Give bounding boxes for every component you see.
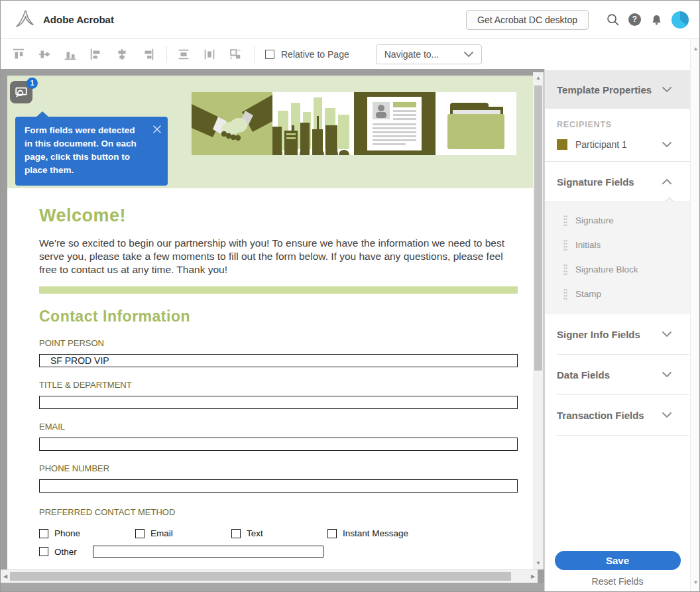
scroll-up-arrow-icon[interactable]: ▲ bbox=[691, 44, 700, 54]
app-title: Adobe Acrobat bbox=[43, 14, 114, 25]
align-left-icon[interactable] bbox=[88, 46, 105, 63]
other-contact-input[interactable] bbox=[93, 546, 323, 558]
close-icon[interactable] bbox=[153, 124, 161, 137]
email-input[interactable] bbox=[39, 438, 518, 451]
signature-fields-panel: Signature Initials Signature Block Stamp bbox=[545, 202, 690, 314]
save-area: Save Reset Fields bbox=[545, 551, 690, 587]
top-header: Adobe Acrobat Get Acrobat DC desktop bbox=[1, 1, 699, 39]
signature-fields-section[interactable]: Signature Fields bbox=[545, 162, 690, 202]
document-viewport: 1 Form fields were detected in this docu… bbox=[1, 69, 544, 592]
field-group: TITLE & DEPARTMENT bbox=[39, 380, 533, 409]
field-group: POINT PERSON bbox=[39, 338, 533, 367]
template-properties-title: Template Properties bbox=[557, 84, 662, 95]
instant-message-checkbox[interactable] bbox=[327, 529, 337, 538]
data-fields-section[interactable]: Data Fields bbox=[545, 355, 690, 394]
form-banner: 1 Form fields were detected in this docu… bbox=[7, 76, 533, 188]
other-option-label: Other bbox=[54, 547, 77, 557]
scroll-down-arrow-icon[interactable]: ▼ bbox=[533, 559, 544, 568]
match-width-icon[interactable] bbox=[175, 46, 192, 63]
phone-option-label: Phone bbox=[54, 528, 80, 538]
initials-field-item[interactable]: Initials bbox=[545, 233, 690, 257]
signature-fields-title: Signature Fields bbox=[557, 176, 662, 188]
align-bottom-icon[interactable] bbox=[62, 46, 79, 63]
text-checkbox[interactable] bbox=[231, 529, 241, 538]
match-height-icon[interactable] bbox=[201, 46, 218, 63]
notifications-bell-icon[interactable] bbox=[646, 9, 668, 30]
transaction-fields-section[interactable]: Transaction Fields bbox=[545, 395, 690, 435]
drag-handle-icon[interactable] bbox=[563, 239, 567, 251]
form-field-detect-icon bbox=[14, 85, 29, 99]
horizontal-scroll-thumb[interactable] bbox=[10, 572, 511, 581]
stamp-field-item[interactable]: Stamp bbox=[545, 282, 690, 306]
align-top-icon[interactable] bbox=[10, 46, 27, 63]
section-divider-bar bbox=[39, 286, 518, 294]
divider bbox=[557, 435, 689, 436]
relative-to-page-toggle[interactable]: Relative to Page bbox=[265, 49, 349, 60]
drag-handle-icon[interactable] bbox=[563, 264, 567, 276]
save-button[interactable]: Save bbox=[555, 551, 681, 570]
drag-handle-icon[interactable] bbox=[563, 215, 567, 227]
relative-to-page-label: Relative to Page bbox=[281, 49, 349, 60]
chevron-down-icon bbox=[662, 372, 671, 377]
folder-image bbox=[436, 92, 516, 155]
scroll-up-arrow-icon[interactable]: ▲ bbox=[533, 74, 544, 83]
signer-info-fields-section[interactable]: Signer Info Fields bbox=[545, 314, 690, 354]
user-avatar[interactable] bbox=[671, 11, 689, 29]
signature-field-item[interactable]: Signature bbox=[545, 208, 690, 233]
scroll-right-arrow-icon[interactable]: ▶ bbox=[529, 570, 537, 583]
drag-handle-icon[interactable] bbox=[563, 288, 567, 300]
resume-document-image bbox=[354, 92, 436, 155]
tooltip-text: Form fields were detected in this docume… bbox=[25, 125, 137, 175]
participant-row[interactable]: Participant 1 bbox=[557, 139, 671, 161]
window-scrollbar[interactable]: ▲ ▼ bbox=[690, 39, 700, 592]
reset-fields-link[interactable]: Reset Fields bbox=[545, 576, 690, 587]
recipients-label: RECIPIENTS bbox=[557, 120, 671, 129]
chevron-down-icon bbox=[662, 87, 671, 92]
align-horizontal-center-icon[interactable] bbox=[113, 46, 131, 63]
phone-number-input[interactable] bbox=[39, 479, 518, 493]
help-icon[interactable] bbox=[624, 9, 646, 30]
email-checkbox[interactable] bbox=[135, 529, 145, 538]
scroll-down-arrow-icon[interactable]: ▼ bbox=[691, 578, 700, 587]
detected-fields-badge: 1 bbox=[27, 78, 38, 89]
document-vertical-scrollbar[interactable]: ▲ ▼ bbox=[533, 72, 544, 569]
recipients-section: RECIPIENTS Participant 1 bbox=[545, 109, 690, 161]
fields-sidebar: Template Properties RECIPIENTS Participa… bbox=[544, 69, 690, 592]
point-person-input[interactable] bbox=[39, 354, 518, 367]
get-acrobat-button[interactable]: Get Acrobat DC desktop bbox=[466, 10, 589, 30]
match-size-icon[interactable] bbox=[227, 46, 244, 63]
toolbar-separator bbox=[254, 46, 255, 63]
email-label: EMAIL bbox=[39, 422, 533, 432]
document-bottom-strip bbox=[1, 583, 544, 592]
scroll-left-arrow-icon[interactable]: ◀ bbox=[1, 570, 9, 583]
document-horizontal-scrollbar[interactable]: ◀ ▶ bbox=[1, 569, 538, 583]
chevron-down-icon bbox=[662, 331, 671, 337]
banner-illustration bbox=[192, 92, 516, 155]
title-department-label: TITLE & DEPARTMENT bbox=[39, 380, 533, 390]
other-contact-row: Other bbox=[39, 546, 533, 558]
alignment-toolbar: Relative to Page Navigate to... bbox=[1, 39, 690, 69]
preferred-contact-method-label: PREFERRED CONTACT METHOD bbox=[39, 507, 533, 517]
form-fields-tooltip: Form fields were detected in this docume… bbox=[15, 117, 168, 186]
relative-to-page-checkbox[interactable] bbox=[265, 50, 274, 59]
welcome-heading: Welcome! bbox=[39, 206, 533, 226]
vertical-scroll-thumb[interactable] bbox=[534, 86, 542, 371]
document-page: 1 Form fields were detected in this docu… bbox=[7, 76, 533, 569]
template-properties-section[interactable]: Template Properties bbox=[545, 70, 690, 109]
title-department-input[interactable] bbox=[39, 396, 518, 409]
field-group: EMAIL bbox=[39, 422, 533, 451]
navigate-to-dropdown[interactable]: Navigate to... bbox=[376, 44, 482, 64]
other-checkbox[interactable] bbox=[39, 547, 48, 556]
welcome-paragraph: We're so excited to begin our partnershi… bbox=[39, 237, 512, 276]
instant-message-option-label: Instant Message bbox=[343, 528, 408, 538]
form-body: Welcome! We're so excited to begin our p… bbox=[7, 206, 533, 569]
chevron-down-icon bbox=[662, 142, 671, 147]
text-option-label: Text bbox=[247, 528, 263, 538]
phone-number-label: PHONE NUMBER bbox=[39, 463, 533, 473]
align-vertical-center-icon[interactable] bbox=[36, 46, 53, 63]
signature-block-field-item[interactable]: Signature Block bbox=[545, 257, 690, 282]
chevron-up-icon bbox=[662, 179, 671, 184]
align-right-icon[interactable] bbox=[139, 46, 156, 63]
search-icon[interactable] bbox=[602, 9, 624, 30]
phone-checkbox[interactable] bbox=[39, 529, 48, 538]
